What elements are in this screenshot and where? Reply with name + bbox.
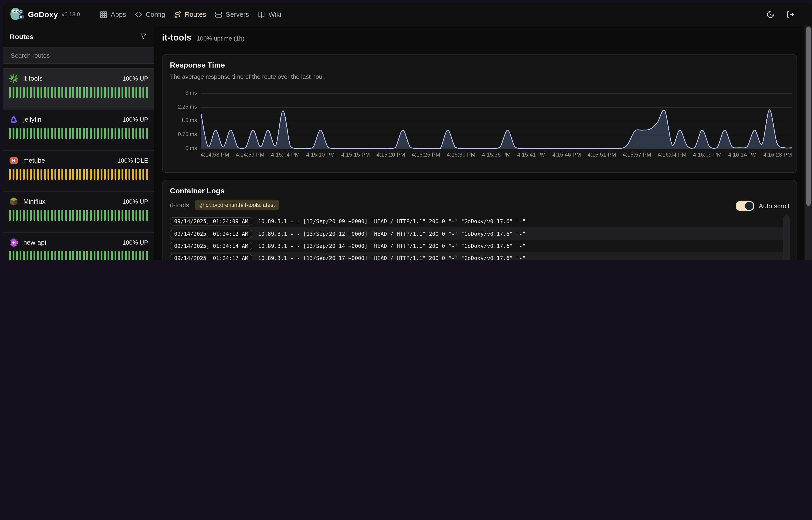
- log-scrollbar[interactable]: [783, 215, 790, 260]
- route-item-metube[interactable]: metube100% IDLE: [3, 150, 153, 191]
- uptime-bar: [143, 87, 145, 98]
- uptime-bar: [48, 210, 49, 221]
- container-logs-title: Container Logs: [170, 187, 225, 195]
- book-icon: [257, 10, 265, 19]
- nav-item-servers[interactable]: Servers: [215, 10, 249, 19]
- godoxy-app: GoDoxy v0.18.0 AppsConfigRoutesServersWi…: [0, 0, 812, 260]
- brand-name: GoDoxy: [28, 10, 58, 19]
- route-status: 100% UP: [122, 239, 148, 246]
- nav-item-label: Apps: [111, 11, 126, 18]
- uptime-bar: [129, 251, 130, 260]
- uptime-bar: [97, 169, 99, 180]
- uptime-bar: [62, 210, 63, 221]
- uptime-bar: [69, 169, 71, 180]
- route-item-miniflux[interactable]: Miniflux100% UP: [3, 191, 153, 232]
- page-scrollbar-thumb[interactable]: [806, 27, 811, 206]
- logout-button[interactable]: [786, 10, 794, 19]
- log-message: 10.89.3.1 - - [13/Sep/20:14 +0000] "HEAD…: [258, 243, 526, 249]
- uptime-bar: [143, 210, 145, 221]
- search-row: [3, 48, 153, 64]
- uptime-bar: [86, 251, 88, 260]
- uptime-bar: [48, 87, 49, 98]
- response-time-card: Response Time The average response time …: [162, 54, 797, 173]
- y-axis-label: 0 ms: [170, 145, 197, 151]
- log-timestamp-badge: 09/14/2025, 01:24:17 AM: [170, 254, 253, 260]
- uptime-bar: [108, 169, 109, 180]
- uptime-bar: [16, 210, 18, 221]
- uptime-bar: [93, 87, 95, 98]
- uptime-bar: [51, 128, 53, 139]
- uptime-bar: [100, 169, 102, 180]
- sidebar-header: Routes: [3, 26, 153, 48]
- code-icon: [135, 10, 142, 19]
- route-name: new-api: [23, 239, 46, 246]
- uptime-bar: [136, 87, 138, 98]
- uptime-bar: [9, 128, 11, 139]
- uptime-bar: [23, 87, 25, 98]
- autoscroll-toggle[interactable]: [735, 201, 754, 211]
- uptime-bar: [27, 210, 28, 221]
- route-status: 100% UP: [122, 198, 148, 205]
- uptime-bar: [121, 251, 123, 260]
- route-status: 100% IDLE: [117, 157, 148, 164]
- x-axis-label: 4:16:04 PM: [658, 151, 687, 158]
- uptime-bar: [72, 169, 74, 180]
- route-item-new-api[interactable]: new-api100% UP: [3, 232, 153, 260]
- uptime-bar: [69, 210, 71, 221]
- uptime-bar: [108, 210, 109, 221]
- nav-item-routes[interactable]: Routes: [174, 10, 206, 19]
- uptime-bar: [108, 251, 109, 260]
- uptime-bar: [30, 87, 32, 98]
- uptime-bar: [132, 169, 134, 180]
- uptime-bar: [86, 169, 88, 180]
- uptime-bar: [40, 128, 43, 139]
- response-time-title: Response Time: [170, 61, 225, 70]
- filter-button[interactable]: [140, 33, 147, 40]
- uptime-bar: [51, 169, 53, 180]
- log-list[interactable]: 09/14/2025, 01:24:09 AM10.89.3.1 - - [13…: [170, 215, 783, 260]
- uptime-bar: [37, 169, 39, 180]
- uptime-bar: [19, 87, 21, 98]
- route-item-jellyfin[interactable]: jellyfin100% UP: [3, 109, 153, 150]
- uptime-bar: [125, 128, 127, 139]
- route-item-it-tools[interactable]: it-tools100% UP: [3, 68, 153, 109]
- container-logs-card: Container Logs it-tools ghcr.io/corentin…: [162, 180, 797, 260]
- uptime-bar: [129, 128, 130, 139]
- uptime-bar: [12, 210, 14, 221]
- uptime-bar: [93, 251, 95, 260]
- uptime-bar: [108, 87, 109, 98]
- autoscroll-control: Auto scroll: [735, 201, 789, 211]
- uptime-bar: [76, 169, 78, 180]
- uptime-bar: [30, 210, 32, 221]
- x-axis-label: 4:15:41 PM: [517, 151, 546, 158]
- uptime-bar: [69, 251, 71, 260]
- uptime-bars: [9, 210, 148, 221]
- uptime-bar: [23, 169, 25, 180]
- y-axis-label: 0.75 ms: [170, 131, 197, 137]
- uptime-bar: [23, 210, 25, 221]
- uptime-bar: [72, 251, 74, 260]
- nav-item-wiki[interactable]: Wiki: [257, 10, 281, 19]
- uptime-bar: [44, 210, 46, 221]
- uptime-bar: [121, 169, 123, 180]
- uptime-bar: [111, 87, 113, 98]
- uptime-bar: [55, 210, 57, 221]
- page-scrollbar[interactable]: [805, 26, 812, 260]
- nav-item-apps[interactable]: Apps: [100, 10, 126, 19]
- funnel-icon: [140, 33, 147, 40]
- x-axis-label: 4:15:20 PM: [376, 151, 405, 158]
- uptime-bars: [9, 251, 148, 260]
- theme-toggle-button[interactable]: [766, 10, 775, 19]
- nav-item-config[interactable]: Config: [135, 10, 165, 19]
- uptime-bar: [118, 210, 120, 221]
- uptime-bar: [104, 210, 106, 221]
- uptime-bars: [9, 169, 148, 180]
- response-time-chart: [201, 93, 792, 149]
- route-search-input[interactable]: [10, 51, 147, 59]
- uptime-bar: [132, 210, 134, 221]
- uptime-bar: [27, 128, 28, 139]
- metube-icon: [9, 155, 19, 165]
- uptime-bar: [90, 87, 92, 98]
- uptime-bar: [108, 128, 109, 139]
- uptime-bar: [79, 87, 81, 98]
